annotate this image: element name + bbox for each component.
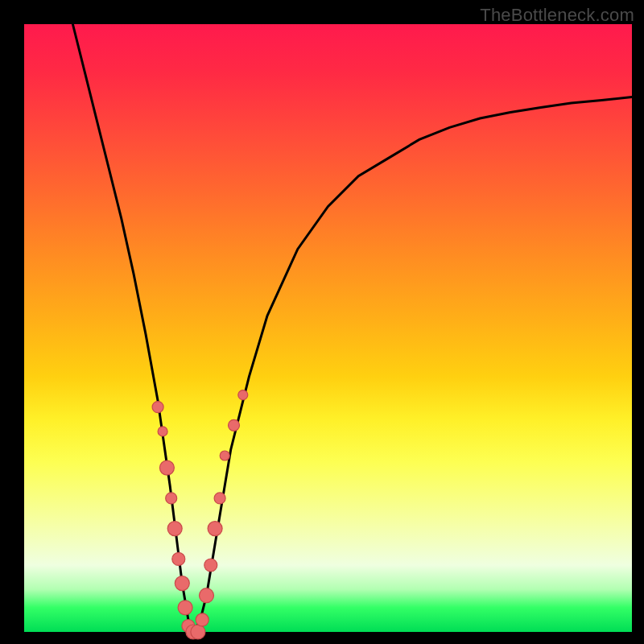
chart-frame: TheBottleneck.com (0, 0, 644, 644)
data-point (167, 522, 182, 536)
data-point (220, 451, 229, 460)
bottleneck-curve (72, 24, 632, 632)
data-point-dots (152, 390, 248, 639)
data-point (166, 493, 177, 504)
data-point (196, 613, 208, 626)
data-point (152, 402, 163, 413)
data-point (175, 576, 189, 591)
plot-area (24, 24, 632, 632)
data-point (178, 601, 192, 615)
data-point (204, 559, 217, 572)
data-point (159, 460, 174, 475)
data-point (200, 588, 214, 603)
data-point (208, 522, 222, 536)
data-point (191, 625, 205, 639)
data-point (158, 427, 167, 436)
data-point (238, 390, 248, 400)
data-point (214, 493, 225, 504)
data-point (229, 419, 240, 431)
curve-layer (24, 24, 632, 632)
watermark-text: TheBottleneck.com (480, 5, 634, 26)
data-point (172, 552, 185, 565)
